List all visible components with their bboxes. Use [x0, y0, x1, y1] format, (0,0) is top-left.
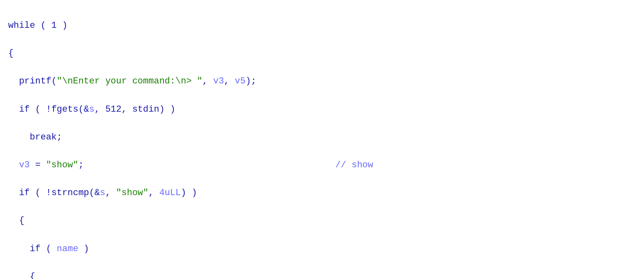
code-line-4: if ( !fgets(&s, 512, stdin) ) [8, 103, 636, 117]
code-line-7: if ( !strncmp(&s, "show", 4uLL) ) [8, 186, 636, 200]
code-line-8: { [8, 214, 636, 228]
code-line-10: { [8, 270, 636, 279]
code-line-1: while ( 1 ) [8, 19, 636, 33]
code-line-2: { [8, 47, 636, 61]
code-line-3: printf("\nEnter your command:\n> ", v3, … [8, 74, 636, 88]
code-container: while ( 1 ) { printf("\nEnter your comma… [8, 5, 636, 279]
code-line-6: v3 = "show";// show [8, 158, 636, 172]
code-line-5: break; [8, 130, 636, 144]
code-line-9: if ( name ) [8, 242, 636, 256]
